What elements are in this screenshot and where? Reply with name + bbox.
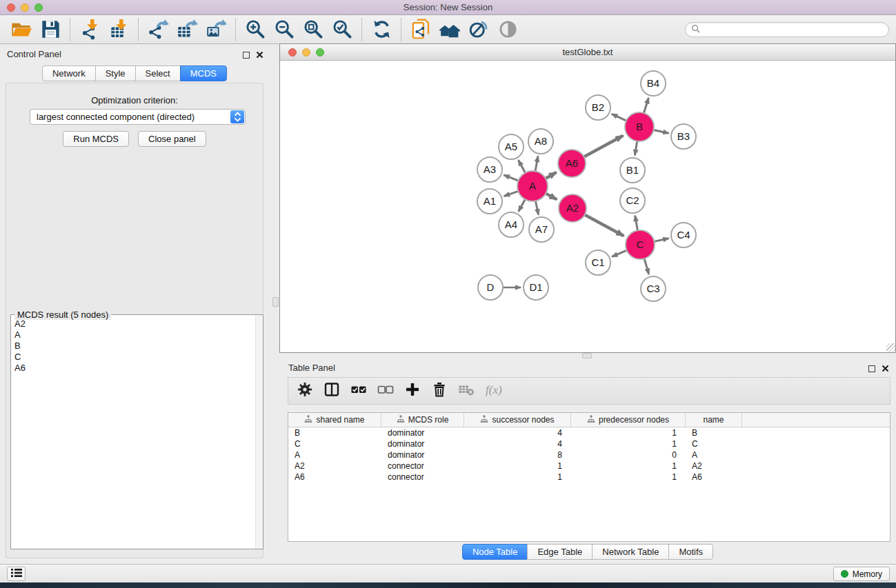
graph-node-A4[interactable]: A4 — [499, 212, 524, 237]
window-resize-grip[interactable] — [886, 343, 895, 352]
table-cell[interactable]: A — [288, 450, 381, 460]
table-cell[interactable]: 8 — [464, 450, 571, 460]
table-cell[interactable]: 4 — [464, 439, 571, 449]
table-cell[interactable]: dominator — [381, 428, 464, 438]
table-cell[interactable]: dominator — [381, 439, 464, 449]
table-cell[interactable]: A6 — [686, 472, 742, 482]
table-float-panel-icon[interactable] — [868, 365, 875, 372]
close-panel-icon[interactable] — [256, 49, 263, 61]
search-input[interactable] — [704, 24, 883, 34]
horizontal-divider-grip[interactable] — [582, 353, 592, 358]
export-table-button[interactable] — [172, 17, 201, 42]
graph-edge-B-B4[interactable] — [644, 98, 648, 113]
table-close-panel-icon[interactable] — [882, 363, 889, 375]
graph-node-C[interactable]: C — [626, 230, 655, 259]
table-tab-edge-table[interactable]: Edge Table — [527, 544, 593, 560]
table-cell[interactable]: A — [686, 450, 742, 460]
hide-graphics-details-button[interactable] — [464, 17, 493, 42]
graph-edge-A-A2[interactable] — [546, 194, 557, 200]
graph-node-B2[interactable]: B2 — [586, 95, 610, 120]
run-mcds-button[interactable]: Run MCDS — [63, 131, 129, 147]
control-tab-mcds[interactable]: MCDS — [180, 65, 227, 81]
deselect-all-rows-button[interactable] — [375, 379, 397, 403]
table-cell[interactable]: A2 — [288, 461, 381, 471]
import-network-button[interactable] — [75, 17, 104, 42]
table-cell[interactable]: 4 — [464, 428, 571, 438]
graph-node-C4[interactable]: C4 — [671, 223, 696, 247]
graph-node-A7[interactable]: A7 — [529, 217, 554, 242]
graph-edge-C-C4[interactable] — [655, 239, 669, 242]
column-header-successor-nodes[interactable]: successor nodes — [464, 413, 571, 427]
float-panel-icon[interactable] — [243, 52, 250, 59]
column-header-predecessor-nodes[interactable]: predecessor nodes — [571, 413, 686, 427]
network-canvas[interactable]: AA6A2BCA5A8A3A1A4A7B2B4B3B1C2C4C1C3DD1 — [280, 61, 895, 352]
table-cell[interactable]: B — [686, 428, 742, 438]
graph-edge-A-A1[interactable] — [504, 191, 519, 196]
home-view-button[interactable] — [435, 17, 464, 42]
table-cell[interactable]: connector — [381, 472, 464, 482]
table-row[interactable]: Adominator80A — [288, 449, 890, 460]
graph-node-C1[interactable]: C1 — [586, 250, 610, 275]
table-tab-motifs[interactable]: Motifs — [668, 544, 713, 560]
graph-edge-A6-B[interactable] — [584, 136, 624, 157]
refresh-view-button[interactable] — [367, 17, 396, 42]
close-panel-button[interactable]: Close panel — [138, 131, 206, 147]
column-header-mcds-role[interactable]: MCDS role — [381, 413, 464, 427]
graph-node-A2[interactable]: A2 — [559, 194, 586, 222]
table-cell[interactable]: 1 — [571, 461, 686, 471]
graph-node-A5[interactable]: A5 — [499, 134, 524, 159]
graph-node-A1[interactable]: A1 — [477, 189, 502, 214]
graph-edge-A-A4[interactable] — [519, 199, 526, 212]
table-cell[interactable]: dominator — [381, 450, 464, 460]
export-image-button[interactable] — [201, 17, 230, 42]
graph-edge-A-A3[interactable] — [504, 175, 519, 181]
criterion-dropdown[interactable]: largest connected component (directed) — [30, 109, 246, 125]
table-cell[interactable]: A2 — [686, 461, 742, 471]
table-cell[interactable]: 1 — [464, 461, 571, 471]
graph-node-A6[interactable]: A6 — [558, 150, 586, 177]
table-cell[interactable]: connector — [381, 461, 464, 471]
graph-edge-A-A8[interactable] — [535, 156, 538, 172]
graph-node-A3[interactable]: A3 — [477, 157, 502, 182]
mcds-result-item[interactable]: A6 — [14, 363, 252, 374]
open-file-button[interactable] — [7, 17, 36, 42]
graph-node-D1[interactable]: D1 — [524, 275, 548, 300]
graph-node-D[interactable]: D — [478, 275, 503, 300]
zoom-fit-button[interactable] — [299, 17, 328, 42]
graph-node-B3[interactable]: B3 — [671, 124, 696, 149]
mcds-result-item[interactable]: B — [14, 341, 252, 352]
table-tab-node-table[interactable]: Node Table — [462, 544, 528, 560]
graph-node-C3[interactable]: C3 — [641, 276, 666, 301]
control-tab-style[interactable]: Style — [95, 65, 136, 81]
control-tab-select[interactable]: Select — [135, 65, 181, 81]
graph-edge-B-B2[interactable] — [612, 114, 626, 121]
graph-node-C2[interactable]: C2 — [620, 188, 645, 213]
table-cell[interactable]: A6 — [288, 472, 381, 482]
select-all-rows-button[interactable] — [348, 379, 370, 403]
delete-row-button[interactable] — [428, 379, 450, 403]
column-visibility-button[interactable] — [321, 379, 343, 403]
toggle-bird-eye-button[interactable] — [493, 17, 522, 42]
table-row[interactable]: A6connector11A6 — [288, 472, 890, 483]
mcds-result-item[interactable]: A2 — [14, 318, 252, 330]
table-cell[interactable]: 1 — [571, 472, 686, 482]
column-header-shared-name[interactable]: shared name — [288, 413, 381, 427]
zoom-selected-button[interactable] — [328, 17, 357, 42]
mcds-result-item[interactable]: A — [14, 330, 252, 341]
table-cell[interactable]: 1 — [464, 472, 571, 482]
graph-edge-B-B3[interactable] — [654, 130, 669, 134]
table-row[interactable]: Bdominator41B — [288, 427, 890, 438]
graph-edge-A2-C[interactable] — [585, 215, 624, 236]
control-tab-network[interactable]: Network — [42, 65, 96, 81]
zoom-in-button[interactable] — [241, 17, 270, 42]
graph-edge-C-C2[interactable] — [635, 216, 638, 231]
table-cell[interactable]: C — [288, 439, 381, 449]
table-cell[interactable]: B — [288, 428, 381, 438]
graph-edge-C-C1[interactable] — [612, 250, 627, 256]
graph-edge-B-B1[interactable] — [635, 141, 637, 156]
search-box[interactable] — [685, 22, 889, 37]
new-network-from-selection-button[interactable] — [406, 17, 435, 42]
graph-edge-A-A5[interactable] — [519, 160, 526, 172]
graph-node-A8[interactable]: A8 — [528, 129, 553, 154]
add-row-button[interactable] — [401, 379, 424, 403]
